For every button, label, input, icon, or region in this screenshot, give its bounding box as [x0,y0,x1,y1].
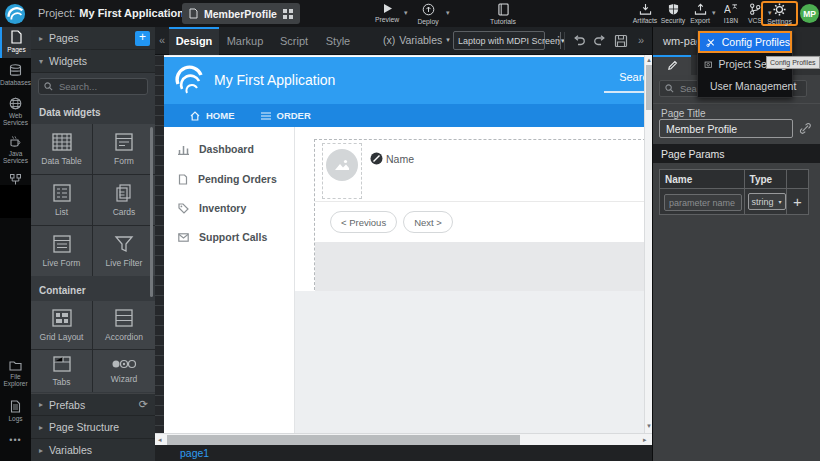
footer-page-tab[interactable]: page1 [180,447,209,459]
variables-section-header[interactable]: ▸ Variables [31,439,155,461]
security-button[interactable]: Security [659,3,687,24]
project-label: Project: [38,7,75,19]
tag-icon [178,203,189,214]
param-type-select[interactable]: string ▾ [748,193,786,210]
tab-style[interactable]: Style [317,27,359,55]
vertical-scrollbar[interactable]: ▲ ▼ [644,55,652,433]
tab-markup[interactable]: Markup [219,27,271,55]
next-button[interactable]: Next > [403,211,453,233]
deploy-chevron-down-icon[interactable]: ▾ [446,9,450,17]
image-cell[interactable] [322,143,362,199]
app-nav-bar: HOME ORDER [164,104,644,127]
search-icon [665,84,674,93]
widget-search[interactable] [38,78,148,95]
app-header[interactable]: My First Application Search [164,57,644,104]
menu-item-user-management[interactable]: User Management [698,75,792,97]
add-param-button[interactable]: + [787,193,808,210]
app-search-link[interactable]: Search [619,71,644,83]
preview-chevron-down-icon[interactable]: ▾ [404,9,408,17]
collapse-left-panel-icon[interactable]: « [159,34,165,46]
horizontal-scroll-thumb[interactable] [167,435,520,445]
export-chevron-down-icon[interactable]: ▾ [712,9,716,17]
menu-item-config-profiles[interactable]: Config Profiles [698,31,792,53]
widget-tile-wizard[interactable]: Wizard [93,350,155,392]
scroll-down-icon[interactable]: ▼ [645,423,652,429]
scroll-up-icon[interactable]: ▲ [645,57,652,63]
panel-scrollbar[interactable] [150,127,153,297]
add-page-button[interactable]: + [135,31,150,46]
wavemaker-logo-icon[interactable] [4,3,26,25]
menu-item-dashboard[interactable]: Dashboard [178,143,254,155]
tab-properties[interactable] [653,55,691,75]
widget-tile-form[interactable]: Form [93,124,155,174]
user-avatar[interactable]: MP [800,4,819,23]
horizontal-scrollbar[interactable]: ◂ ▸ [155,433,652,445]
rail-item-file-explorer[interactable]: File Explorer [0,357,31,393]
menu-item-pending-orders[interactable]: Pending Orders [178,173,277,185]
funnel-icon [113,234,135,254]
pages-section-header[interactable]: ▸ Pages + [31,27,155,50]
form-icon [113,132,135,152]
widget-tile-live-filter[interactable]: Live Filter [93,226,155,276]
menu-item-inventory[interactable]: Inventory [178,202,246,214]
refresh-icon[interactable]: ⟳ [139,398,148,411]
grid-layout-icon [51,308,73,328]
widget-tile-accordion[interactable]: Accordion [93,301,155,349]
rail-item-web-services[interactable]: Web Services [0,94,31,130]
play-icon [382,3,393,14]
scroll-left-icon[interactable]: ◂ [158,436,162,444]
device-selector[interactable]: Laptop with MDPI Screen ▾ [453,31,545,50]
grid-view-icon[interactable] [283,9,293,19]
nav-item-order[interactable]: ORDER [261,110,311,121]
param-name-input[interactable] [664,194,742,211]
tutorials-button[interactable]: Tutorials [486,3,520,25]
collapse-arrow-icon: ▸ [39,400,43,409]
page-tab-memberprofile[interactable]: MemberProfile [182,3,300,24]
export-button[interactable]: Export [686,3,714,24]
previous-button[interactable]: < Previous [330,211,397,233]
widget-search-input[interactable] [57,80,142,93]
artifacts-button[interactable]: Artifacts [630,3,660,24]
widget-tile-tabs[interactable]: Tabs [31,350,92,392]
rail-item-pages[interactable]: Pages [0,27,31,58]
project-settings-icon [704,59,712,70]
menu-item-support-calls[interactable]: Support Calls [178,231,267,243]
preview-button[interactable]: Preview [370,3,404,23]
rail-item-java-services[interactable]: Java Services [0,132,31,168]
rail-item-databases[interactable]: Databases [0,61,31,91]
prefabs-section-header[interactable]: ▸ Prefabs ⟳ [31,393,155,416]
more-options-icon[interactable]: ⋮ [553,34,564,47]
widgets-section-header[interactable]: ▾ Widgets [31,50,155,73]
download-tray-icon [639,3,652,15]
undo-icon[interactable] [572,35,586,47]
deploy-button[interactable]: Deploy [411,3,445,25]
gear-icon [773,3,786,16]
i18n-button[interactable]: A I18N [717,3,745,24]
settings-button[interactable]: Settings [761,1,798,26]
list-widget-panel[interactable]: Name < Previous Next > [314,139,651,290]
left-icon-rail: Pages Databases Web Services Java Servic… [0,27,31,461]
name-label: Name [386,153,414,165]
bind-link-icon[interactable] [799,122,812,135]
list-item-row[interactable]: Name [315,140,650,202]
save-icon[interactable] [614,34,628,48]
redo-icon[interactable] [593,35,607,47]
widget-tile-live-form[interactable]: Live Form [31,226,92,276]
tab-script[interactable]: Script [271,27,317,55]
widget-tile-cards[interactable]: Cards [93,175,155,225]
collapse-right-panel-icon[interactable]: » [638,34,644,46]
page-title-input[interactable] [659,119,793,138]
widget-tile-data-table[interactable]: Data Table [31,124,92,174]
param-type-cell: string ▾ [744,189,786,215]
name-label-group[interactable]: Name [370,152,414,165]
widget-tile-list[interactable]: List [31,175,92,225]
tab-design[interactable]: Design [169,27,219,55]
rail-more-icon[interactable]: ••• [0,435,31,445]
widget-tile-grid-layout[interactable]: Grid Layout [31,301,92,349]
rail-item-logs[interactable]: Logs [0,397,31,427]
config-profiles-tooltip: Config Profiles [766,56,820,69]
scroll-right-icon[interactable]: ▸ [643,436,647,444]
page-structure-section-header[interactable]: ▸ Page Structure [31,416,155,439]
variables-dropdown[interactable]: (x) Variables ▾ [383,34,450,46]
nav-item-home[interactable]: HOME [190,110,235,121]
